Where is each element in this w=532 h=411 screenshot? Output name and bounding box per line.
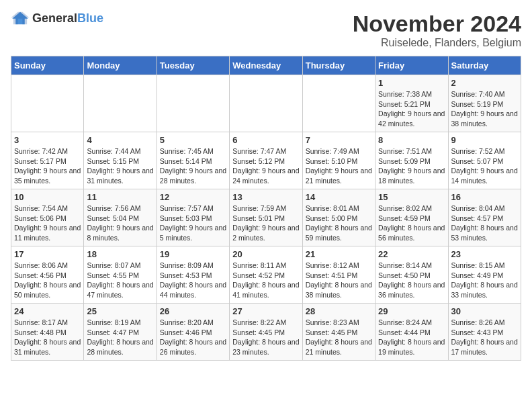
calendar-cell: 30Sunrise: 8:26 AM Sunset: 4:43 PM Dayli… (448, 304, 521, 361)
main-title: November 2024 (353, 11, 521, 37)
day-number: 21 (306, 249, 372, 259)
header-tuesday: Tuesday (157, 56, 229, 75)
logo-text: GeneralBlue (32, 11, 103, 26)
calendar-cell: 18Sunrise: 8:07 AM Sunset: 4:55 PM Dayli… (84, 246, 157, 304)
logo-icon (11, 11, 30, 26)
day-number: 13 (232, 192, 299, 202)
day-number: 25 (87, 306, 153, 316)
day-number: 26 (160, 306, 226, 316)
day-number: 11 (87, 192, 153, 202)
day-info: Sunrise: 7:47 AM Sunset: 5:12 PM Dayligh… (232, 146, 299, 186)
calendar-cell: 25Sunrise: 8:19 AM Sunset: 4:47 PM Dayli… (84, 304, 157, 361)
day-info: Sunrise: 7:56 AM Sunset: 5:04 PM Dayligh… (87, 203, 153, 243)
day-number: 14 (306, 192, 372, 202)
day-info: Sunrise: 7:40 AM Sunset: 5:19 PM Dayligh… (451, 89, 518, 129)
calendar-cell: 14Sunrise: 8:01 AM Sunset: 5:00 PM Dayli… (302, 189, 375, 246)
day-number: 12 (160, 192, 226, 202)
day-info: Sunrise: 7:38 AM Sunset: 5:21 PM Dayligh… (378, 89, 445, 129)
day-info: Sunrise: 7:42 AM Sunset: 5:17 PM Dayligh… (14, 146, 81, 186)
header-row: SundayMondayTuesdayWednesdayThursdayFrid… (11, 56, 521, 75)
day-number: 16 (451, 192, 518, 202)
calendar-cell: 23Sunrise: 8:15 AM Sunset: 4:49 PM Dayli… (448, 246, 521, 304)
week-row-1: 3Sunrise: 7:42 AM Sunset: 5:17 PM Daylig… (11, 132, 521, 189)
day-info: Sunrise: 7:51 AM Sunset: 5:09 PM Dayligh… (378, 146, 445, 186)
calendar-cell: 22Sunrise: 8:14 AM Sunset: 4:50 PM Dayli… (375, 246, 448, 304)
calendar-cell: 1Sunrise: 7:38 AM Sunset: 5:21 PM Daylig… (375, 75, 448, 132)
day-info: Sunrise: 7:52 AM Sunset: 5:07 PM Dayligh… (451, 146, 518, 186)
day-number: 2 (451, 78, 518, 88)
day-number: 20 (232, 249, 299, 259)
week-row-0: 1Sunrise: 7:38 AM Sunset: 5:21 PM Daylig… (11, 75, 521, 132)
calendar-cell: 28Sunrise: 8:23 AM Sunset: 4:45 PM Dayli… (302, 304, 375, 361)
calendar-cell: 11Sunrise: 7:56 AM Sunset: 5:04 PM Dayli… (84, 189, 157, 246)
header-saturday: Saturday (448, 56, 521, 75)
calendar-cell: 16Sunrise: 8:04 AM Sunset: 4:57 PM Dayli… (448, 189, 521, 246)
header: GeneralBlue November 2024 Ruiselede, Fla… (11, 11, 521, 49)
header-wednesday: Wednesday (230, 56, 302, 75)
header-sunday: Sunday (11, 56, 84, 75)
day-info: Sunrise: 8:09 AM Sunset: 4:53 PM Dayligh… (160, 261, 226, 300)
day-info: Sunrise: 8:12 AM Sunset: 4:51 PM Dayligh… (306, 261, 372, 300)
day-number: 9 (451, 135, 518, 145)
day-info: Sunrise: 8:22 AM Sunset: 4:45 PM Dayligh… (232, 318, 299, 357)
week-row-4: 24Sunrise: 8:17 AM Sunset: 4:48 PM Dayli… (11, 304, 521, 361)
calendar-cell: 13Sunrise: 7:59 AM Sunset: 5:01 PM Dayli… (230, 189, 302, 246)
day-number: 24 (14, 306, 81, 316)
logo: GeneralBlue (11, 11, 103, 26)
calendar-cell: 10Sunrise: 7:54 AM Sunset: 5:06 PM Dayli… (11, 189, 84, 246)
day-number: 6 (232, 135, 299, 145)
day-info: Sunrise: 8:14 AM Sunset: 4:50 PM Dayligh… (378, 261, 445, 300)
calendar-cell: 12Sunrise: 7:57 AM Sunset: 5:03 PM Dayli… (157, 189, 229, 246)
day-number: 7 (306, 135, 372, 145)
day-info: Sunrise: 7:59 AM Sunset: 5:01 PM Dayligh… (232, 203, 299, 243)
calendar-cell: 26Sunrise: 8:20 AM Sunset: 4:46 PM Dayli… (157, 304, 229, 361)
calendar-cell: 7Sunrise: 7:49 AM Sunset: 5:10 PM Daylig… (302, 132, 375, 189)
day-number: 23 (451, 249, 518, 259)
calendar-cell: 9Sunrise: 7:52 AM Sunset: 5:07 PM Daylig… (448, 132, 521, 189)
calendar-cell: 4Sunrise: 7:44 AM Sunset: 5:15 PM Daylig… (84, 132, 157, 189)
day-info: Sunrise: 8:06 AM Sunset: 4:56 PM Dayligh… (14, 261, 81, 300)
day-number: 19 (160, 249, 226, 259)
calendar-cell: 8Sunrise: 7:51 AM Sunset: 5:09 PM Daylig… (375, 132, 448, 189)
day-number: 17 (14, 249, 81, 259)
calendar-cell: 21Sunrise: 8:12 AM Sunset: 4:51 PM Dayli… (302, 246, 375, 304)
day-info: Sunrise: 8:02 AM Sunset: 4:59 PM Dayligh… (378, 203, 445, 243)
day-info: Sunrise: 8:26 AM Sunset: 4:43 PM Dayligh… (451, 318, 518, 357)
calendar-cell: 5Sunrise: 7:45 AM Sunset: 5:14 PM Daylig… (157, 132, 229, 189)
calendar-cell: 29Sunrise: 8:24 AM Sunset: 4:44 PM Dayli… (375, 304, 448, 361)
day-number: 3 (14, 135, 81, 145)
day-info: Sunrise: 8:15 AM Sunset: 4:49 PM Dayligh… (451, 261, 518, 300)
calendar-cell: 20Sunrise: 8:11 AM Sunset: 4:52 PM Dayli… (230, 246, 302, 304)
calendar-cell (230, 75, 302, 132)
day-number: 29 (378, 306, 445, 316)
day-info: Sunrise: 7:57 AM Sunset: 5:03 PM Dayligh… (160, 203, 226, 243)
calendar-cell: 2Sunrise: 7:40 AM Sunset: 5:19 PM Daylig… (448, 75, 521, 132)
day-info: Sunrise: 8:17 AM Sunset: 4:48 PM Dayligh… (14, 318, 81, 357)
week-row-3: 17Sunrise: 8:06 AM Sunset: 4:56 PM Dayli… (11, 246, 521, 304)
day-number: 15 (378, 192, 445, 202)
calendar-cell: 27Sunrise: 8:22 AM Sunset: 4:45 PM Dayli… (230, 304, 302, 361)
logo-general: General (32, 11, 77, 25)
day-number: 4 (87, 135, 153, 145)
day-info: Sunrise: 8:11 AM Sunset: 4:52 PM Dayligh… (232, 261, 299, 300)
day-info: Sunrise: 8:19 AM Sunset: 4:47 PM Dayligh… (87, 318, 153, 357)
day-number: 27 (232, 306, 299, 316)
day-info: Sunrise: 7:45 AM Sunset: 5:14 PM Dayligh… (160, 146, 226, 186)
logo-blue: Blue (77, 11, 103, 25)
header-monday: Monday (84, 56, 157, 75)
day-info: Sunrise: 8:07 AM Sunset: 4:55 PM Dayligh… (87, 261, 153, 300)
day-number: 5 (160, 135, 226, 145)
day-info: Sunrise: 8:23 AM Sunset: 4:45 PM Dayligh… (306, 318, 372, 357)
day-number: 30 (451, 306, 518, 316)
week-row-2: 10Sunrise: 7:54 AM Sunset: 5:06 PM Dayli… (11, 189, 521, 246)
day-number: 22 (378, 249, 445, 259)
calendar-cell (302, 75, 375, 132)
day-info: Sunrise: 7:49 AM Sunset: 5:10 PM Dayligh… (306, 146, 372, 186)
day-number: 1 (378, 78, 445, 88)
day-info: Sunrise: 8:04 AM Sunset: 4:57 PM Dayligh… (451, 203, 518, 243)
calendar-cell: 17Sunrise: 8:06 AM Sunset: 4:56 PM Dayli… (11, 246, 84, 304)
calendar-cell (11, 75, 84, 132)
day-number: 18 (87, 249, 153, 259)
day-number: 28 (306, 306, 372, 316)
day-number: 8 (378, 135, 445, 145)
